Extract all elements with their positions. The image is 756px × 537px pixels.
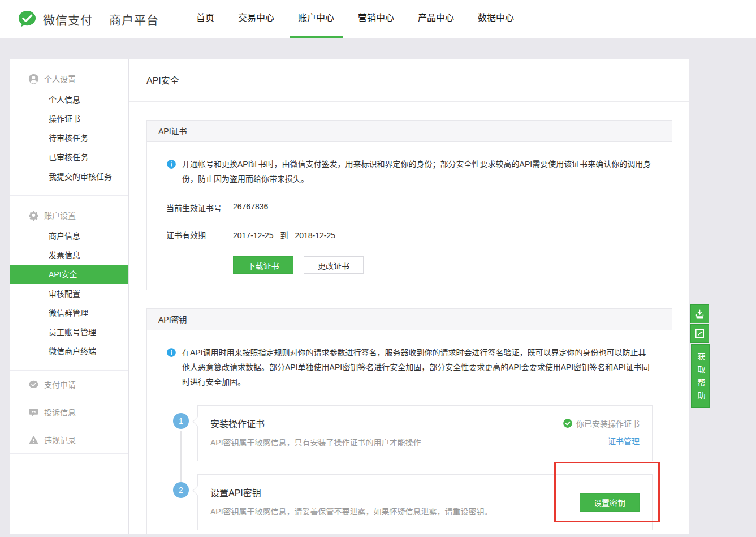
page: 微信支付 商户平台 首页 交易中心 账户中心 营销中心 产品中心 数据中心 个人…	[0, 0, 756, 537]
sidebar-item-staff-account-mgmt[interactable]: 员工账号管理	[10, 323, 128, 342]
step-set-api-key: 2 设置API密钥 API密钥属于敏感信息，请妥善保管不要泄露，如果怀疑信息泄露…	[173, 474, 653, 530]
logo: 微信支付 商户平台	[17, 0, 159, 38]
api-key-card-title: API密钥	[147, 309, 672, 330]
certificate-buttons-row: 下载证书 更改证书	[166, 256, 653, 274]
check-circle-icon	[563, 418, 573, 428]
step-install-cert: 1 安装操作证书 API密钥属于敏感信息，只有安装了操作证书的用户才能操作	[173, 405, 653, 461]
cert-installed-status-text: 你已安装操作证书	[576, 418, 640, 429]
step-1-badge: 1	[173, 413, 189, 429]
api-key-info-text: 在API调用时用来按照指定规则对你的请求参数进行签名，服务器收到你的请求时会进行…	[182, 345, 653, 389]
info-icon	[166, 159, 176, 169]
sidebar-group-header: 支付申请	[10, 371, 128, 398]
sidebar-group-personal-settings: 个人设置 个人信息 操作证书 待审核任务 已审核任务 我提交的审核任务	[10, 59, 128, 196]
api-key-card: API密钥 在API调用时用来按照指定规则对你的请求参数进行签名，服务器收到你的…	[146, 308, 672, 534]
sidebar-item-api-security[interactable]: API安全	[10, 265, 128, 284]
api-certificate-card-title: API证书	[147, 121, 672, 142]
sidebar-group-header: 个人设置	[10, 64, 128, 90]
certificate-management-link[interactable]: 证书管理	[608, 435, 640, 446]
valid-from-date: 2017-12-25	[233, 231, 274, 240]
nav-tab-data-center[interactable]: 数据中心	[469, 0, 522, 38]
sidebar-item-pending-review[interactable]: 待审核任务	[10, 128, 128, 148]
chat-bubble-icon	[28, 407, 39, 418]
certificate-info-text: 开通帐号和更换API证书时，由微信支付签发，用来标识和界定你的身份；部分安全性要…	[182, 157, 653, 186]
certificate-validity-value: 2017-12-25 到 2018-12-25	[233, 229, 335, 240]
certificate-validity-row: 证书有效期 2017-12-25 到 2018-12-25	[166, 229, 653, 240]
sidebar-item-wechat-merchant-terminal[interactable]: 微信商户终端	[10, 342, 128, 361]
step-2-badge: 2	[173, 482, 189, 498]
step-2-title: 设置API密钥	[210, 486, 640, 499]
step-1-right: 你已安装操作证书 证书管理	[563, 418, 640, 446]
top-header: 微信支付 商户平台 首页 交易中心 账户中心 营销中心 产品中心 数据中心	[0, 0, 756, 38]
api-certificate-card-body: 开通帐号和更换API证书时，由微信支付签发，用来标识和界定你的身份；部分安全性要…	[147, 142, 672, 290]
sidebar-group-violation-record[interactable]: 违规记录	[10, 426, 128, 454]
sidebar: 个人设置 个人信息 操作证书 待审核任务 已审核任务 我提交的审核任务 账户设置…	[10, 59, 129, 534]
logo-divider	[101, 13, 101, 25]
warning-icon	[28, 435, 39, 445]
certificate-info-row: 开通帐号和更换API证书时，由微信支付签发，用来标识和界定你的身份；部分安全性要…	[166, 157, 653, 186]
sidebar-group-label: 投诉信息	[44, 406, 76, 418]
step-2-box: 设置API密钥 API密钥属于敏感信息，请妥善保管不要泄露，如果怀疑信息泄露，请…	[197, 474, 653, 530]
info-icon	[166, 347, 176, 358]
main-content: API安全 API证书 开通帐号和更换API证书时，由微信支付签发，用来标识和界…	[129, 59, 689, 534]
float-download-button[interactable]	[690, 304, 709, 323]
nav-tab-home[interactable]: 首页	[188, 0, 223, 38]
sidebar-item-wechat-group-mgmt[interactable]: 微信群管理	[10, 303, 128, 323]
set-api-key-button[interactable]: 设置密钥	[580, 493, 640, 512]
change-certificate-button[interactable]: 更改证书	[304, 256, 364, 274]
get-help-button[interactable]: 获取帮助	[691, 344, 710, 408]
certificate-validity-label: 证书有效期	[166, 229, 233, 240]
page-title: API安全	[129, 59, 689, 102]
sidebar-group-payment-application[interactable]: 支付申请	[10, 371, 128, 398]
product-name: 商户平台	[109, 11, 159, 28]
certificate-number-label: 当前生效证书号	[166, 202, 233, 213]
download-icon	[694, 308, 705, 319]
download-certificate-button[interactable]: 下载证书	[233, 256, 293, 274]
sidebar-item-invoice-info[interactable]: 发票信息	[10, 246, 128, 265]
nav-tab-account-center[interactable]: 账户中心	[290, 0, 343, 38]
top-nav: 首页 交易中心 账户中心 营销中心 产品中心 数据中心	[188, 0, 529, 38]
api-key-steps: 1 安装操作证书 API密钥属于敏感信息，只有安装了操作证书的用户才能操作	[166, 405, 653, 530]
sidebar-group-complaint-info[interactable]: 投诉信息	[10, 398, 128, 426]
sidebar-group-label: 违规记录	[44, 434, 76, 445]
valid-date-separator: 到	[280, 231, 288, 240]
sidebar-item-personal-info[interactable]: 个人信息	[10, 90, 128, 109]
sidebar-item-my-submitted-review[interactable]: 我提交的审核任务	[10, 167, 128, 186]
cert-installed-status: 你已安装操作证书	[563, 418, 640, 429]
api-key-card-body: 在API调用时用来按照指定规则对你的请求参数进行签名，服务器收到你的请求时会进行…	[147, 330, 672, 534]
sidebar-group-header: 投诉信息	[10, 398, 128, 426]
valid-to-date: 2018-12-25	[295, 231, 335, 240]
sidebar-group-label: 支付申请	[44, 379, 76, 390]
sidebar-group-header: 违规记录	[10, 426, 128, 453]
certificate-number-value: 26767836	[233, 202, 268, 213]
user-icon	[28, 74, 39, 84]
sidebar-group-label: 账户设置	[44, 209, 76, 221]
sidebar-group-header: 账户设置	[10, 200, 128, 226]
chat-check-icon	[28, 379, 39, 390]
sidebar-item-operation-cert[interactable]: 操作证书	[10, 109, 128, 128]
api-key-info-row: 在API调用时用来按照指定规则对你的请求参数进行签名，服务器收到你的请求时会进行…	[166, 345, 653, 389]
floating-help-widget: 获取帮助	[690, 304, 710, 408]
float-feedback-button[interactable]	[690, 324, 709, 343]
gear-icon	[28, 210, 39, 221]
api-certificate-card: API证书 开通帐号和更换API证书时，由微信支付签发，用来标识和界定你的身份；…	[146, 120, 672, 290]
nav-tab-product-center[interactable]: 产品中心	[409, 0, 463, 38]
step-1-box: 安装操作证书 API密钥属于敏感信息，只有安装了操作证书的用户才能操作 你已安装…	[197, 405, 653, 461]
step-box-notch	[193, 486, 202, 496]
edit-icon	[694, 328, 705, 339]
nav-tab-marketing-center[interactable]: 营销中心	[349, 0, 403, 38]
step-box-notch	[193, 417, 202, 427]
sidebar-item-merchant-info[interactable]: 商户信息	[10, 226, 128, 246]
sidebar-item-review-config[interactable]: 审核配置	[10, 284, 128, 303]
certificate-number-row: 当前生效证书号 26767836	[166, 202, 653, 213]
nav-tab-transaction-center[interactable]: 交易中心	[230, 0, 283, 38]
brand-name: 微信支付	[43, 11, 93, 28]
sidebar-group-account-settings: 账户设置 商户信息 发票信息 API安全 审核配置 微信群管理 员工账号管理 微…	[10, 196, 128, 371]
sidebar-item-reviewed[interactable]: 已审核任务	[10, 148, 128, 167]
step-2-description: API密钥属于敏感信息，请妥善保管不要泄露，如果怀疑信息泄露，请重设密钥。	[210, 505, 640, 517]
wechat-pay-logo-icon	[17, 10, 37, 29]
sidebar-group-label: 个人设置	[44, 73, 76, 84]
